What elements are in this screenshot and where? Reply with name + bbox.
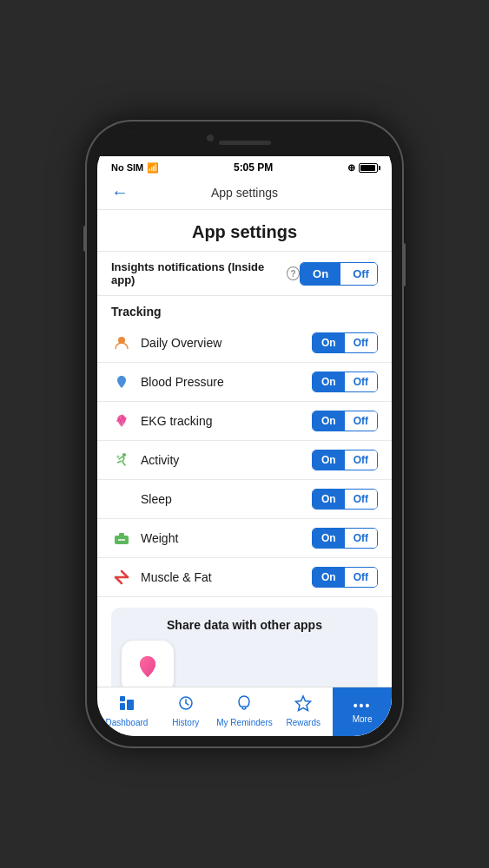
insights-text: Insights notifications (Inside app) — [111, 260, 281, 286]
history-label: History — [172, 718, 199, 727]
status-bar: No SIM 📶 5:05 PM ⊕ — [97, 156, 392, 177]
insights-off-button[interactable]: Off — [340, 263, 378, 285]
item-left: Weight — [111, 528, 178, 549]
ekg-toggle: On Off — [312, 411, 378, 431]
svg-rect-11 — [127, 700, 134, 710]
bottom-nav: Dashboard History — [97, 687, 392, 736]
rewards-label: Rewards — [287, 718, 320, 727]
blood-pressure-icon — [111, 372, 132, 392]
status-time: 5:05 PM — [234, 161, 273, 174]
nav-title: App settings — [137, 186, 352, 200]
daily-overview-on-btn[interactable]: On — [313, 333, 345, 352]
sleep-label: Sleep — [141, 492, 172, 506]
share-app-container: Apple Health — [122, 641, 367, 687]
item-left: EKG tracking — [111, 411, 212, 431]
weight-toggle: On Off — [312, 528, 378, 549]
insights-label: Insights notifications (Inside app) ? — [111, 260, 300, 286]
tracking-item-muscle-fat: Muscle & Fat On Off — [97, 558, 392, 597]
dashboard-icon — [118, 694, 135, 716]
insights-on-button[interactable]: On — [301, 263, 340, 285]
ekg-off-btn[interactable]: Off — [345, 411, 377, 431]
item-left: Sleep — [111, 489, 172, 510]
blood-pressure-label: Blood Pressure — [141, 375, 224, 389]
phone-inner: No SIM 📶 5:05 PM ⊕ ← App settings App se — [97, 132, 392, 736]
weight-on-btn[interactable]: On — [313, 529, 345, 548]
share-section: Share data with other apps — [111, 608, 378, 687]
reminders-icon — [235, 694, 253, 716]
screen: No SIM 📶 5:05 PM ⊕ ← App settings App se — [97, 156, 392, 736]
ekg-label: EKG tracking — [141, 414, 212, 428]
svg-marker-14 — [296, 696, 311, 711]
nav-bar: ← App settings — [97, 177, 392, 210]
sleep-on-btn[interactable]: On — [313, 490, 345, 509]
weight-icon — [111, 528, 132, 549]
muscle-fat-off-btn[interactable]: Off — [345, 568, 377, 587]
activity-on-btn[interactable]: On — [313, 450, 345, 470]
muscle-fat-toggle: On Off — [312, 567, 378, 588]
wifi-icon: 📶 — [147, 162, 159, 174]
blood-pressure-toggle: On Off — [312, 372, 378, 392]
share-title: Share data with other apps — [122, 618, 367, 632]
battery-fill — [360, 165, 375, 171]
insights-toggle-group: On Off — [300, 262, 378, 286]
reminders-label: My Reminders — [216, 718, 272, 727]
nav-item-more[interactable]: ••• More — [333, 687, 392, 736]
phone-top-bar — [97, 132, 392, 156]
help-icon[interactable]: ? — [287, 266, 300, 280]
apple-health-icon — [122, 641, 174, 687]
weight-off-btn[interactable]: Off — [345, 529, 377, 548]
carrier-label: No SIM — [111, 162, 143, 173]
rewards-icon — [294, 694, 312, 716]
nav-item-history[interactable]: History — [156, 691, 215, 731]
history-icon — [177, 694, 195, 716]
blood-pressure-on-btn[interactable]: On — [313, 372, 345, 391]
status-right: ⊕ — [347, 162, 378, 174]
item-left: Blood Pressure — [111, 372, 224, 392]
daily-overview-toggle: On Off — [312, 332, 378, 353]
svg-rect-12 — [120, 696, 125, 701]
camera — [207, 135, 214, 141]
muscle-fat-on-btn[interactable]: On — [313, 568, 345, 587]
back-button[interactable]: ← — [111, 182, 137, 202]
svg-rect-10 — [120, 703, 125, 710]
weight-label: Weight — [141, 531, 178, 545]
tracking-item-blood-pressure: Blood Pressure On Off — [97, 363, 392, 402]
location-icon: ⊕ — [347, 162, 355, 174]
activity-toggle: On Off — [312, 450, 378, 470]
page-title: App settings — [97, 210, 392, 251]
muscle-fat-label: Muscle & Fat — [141, 570, 212, 584]
blood-pressure-off-btn[interactable]: Off — [345, 372, 377, 391]
activity-icon — [111, 450, 132, 470]
insights-row: Insights notifications (Inside app) ? On… — [97, 251, 392, 296]
sleep-off-btn[interactable]: Off — [345, 490, 377, 509]
speaker — [219, 141, 271, 145]
page-content: App settings Insights notifications (Ins… — [97, 210, 392, 687]
daily-overview-label: Daily Overview — [141, 336, 221, 350]
ekg-on-btn[interactable]: On — [313, 411, 345, 431]
volume-button — [83, 226, 87, 252]
muscle-fat-icon — [111, 567, 132, 588]
ekg-icon — [111, 411, 132, 431]
activity-label: Activity — [141, 453, 179, 467]
item-left: Daily Overview — [111, 332, 221, 353]
tracking-section-title: Tracking — [97, 296, 392, 324]
dashboard-label: Dashboard — [105, 718, 148, 727]
nav-item-rewards[interactable]: Rewards — [274, 691, 333, 731]
sleep-icon — [111, 489, 132, 510]
item-left: Muscle & Fat — [111, 567, 212, 588]
more-icon: ••• — [354, 699, 372, 713]
svg-rect-5 — [119, 533, 124, 536]
tracking-item-weight: Weight On Off — [97, 519, 392, 558]
nav-item-reminders[interactable]: My Reminders — [215, 691, 274, 731]
activity-off-btn[interactable]: Off — [345, 450, 377, 470]
power-button — [402, 243, 406, 286]
tracking-item-sleep: Sleep On Off — [97, 480, 392, 519]
phone-frame: No SIM 📶 5:05 PM ⊕ ← App settings App se — [87, 122, 402, 746]
tracking-item-activity: Activity On Off — [97, 441, 392, 480]
daily-overview-off-btn[interactable]: Off — [345, 333, 377, 352]
more-label: More — [353, 714, 373, 724]
daily-overview-icon — [111, 332, 132, 353]
sleep-toggle: On Off — [312, 489, 378, 510]
tracking-item-daily-overview: Daily Overview On Off — [97, 324, 392, 363]
nav-item-dashboard[interactable]: Dashboard — [97, 691, 156, 731]
